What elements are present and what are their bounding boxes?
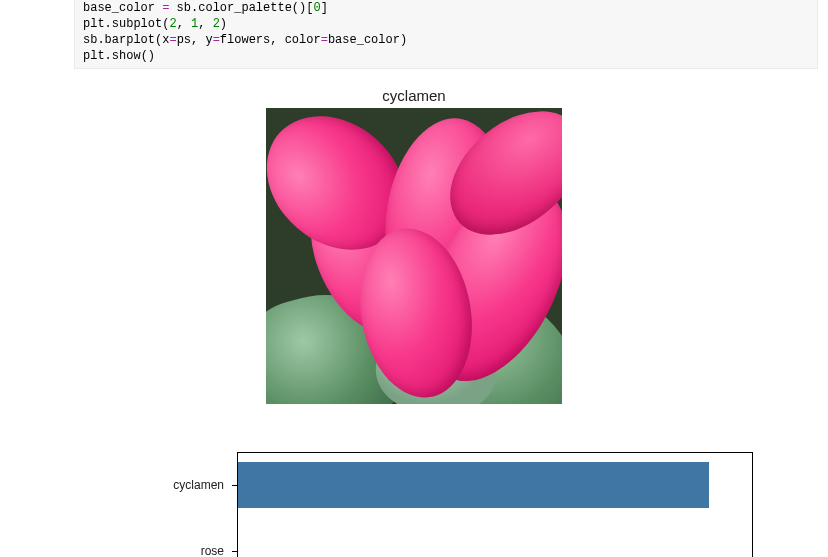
bar-0: [238, 462, 709, 508]
code-line-4: plt.show(): [83, 49, 155, 63]
code-line-2: plt.subplot(2, 1, 2): [83, 17, 227, 31]
ytick: [232, 485, 237, 486]
ytick: [232, 551, 237, 552]
code-line-1: base_color = sb.color_palette()[0]: [83, 1, 328, 15]
flower-image: [266, 108, 562, 404]
ytick-label-1: rose: [201, 544, 232, 557]
barchart: cyclamen rose: [74, 452, 754, 557]
code-cell: base_color = sb.color_palette()[0] plt.s…: [74, 0, 818, 69]
image-title: cyclamen: [382, 87, 445, 104]
ytick-label-0: cyclamen: [173, 478, 232, 492]
output-area: cyclamen cyclamen rose: [0, 69, 828, 557]
code-line-3: sb.barplot(x=ps, y=flowers, color=base_c…: [83, 33, 407, 47]
